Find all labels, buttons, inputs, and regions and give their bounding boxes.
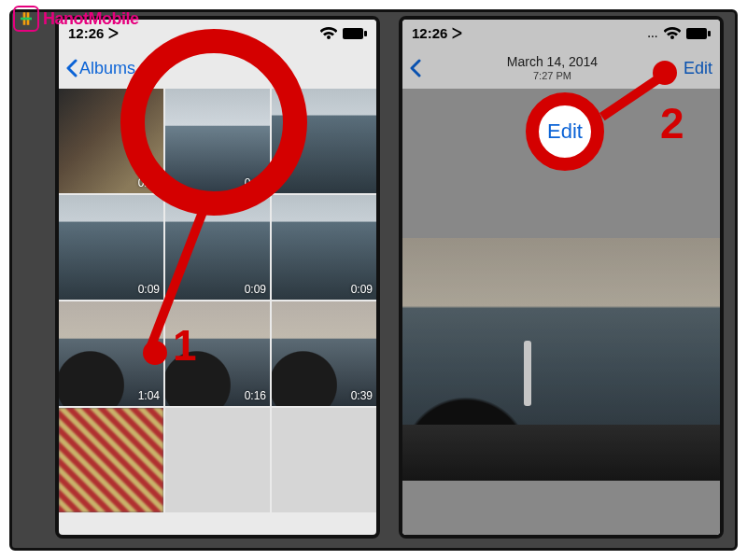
svg-rect-1 [364, 31, 367, 36]
video-duration: 0:09 [245, 283, 266, 296]
video-thumbnail[interactable]: 0:09 [272, 195, 376, 300]
empty-cell [272, 408, 376, 512]
video-duration: 0:39 [351, 389, 373, 402]
video-duration: 1:04 [138, 389, 160, 402]
svg-rect-2 [686, 28, 707, 39]
video-thumbnail[interactable]: 0:16 [165, 301, 270, 406]
status-icons: ... [648, 27, 711, 40]
battery-icon [686, 28, 711, 39]
nav-bar: March 14, 2014 7:27 PM Edit [402, 48, 720, 89]
video-duration: 0:37 [138, 176, 160, 189]
video-thumbnail[interactable]: 0:09 [165, 195, 270, 300]
nav-title: March 14, 2014 7:27 PM [421, 54, 684, 82]
video-duration: 0:16 [245, 176, 266, 189]
wifi-icon [320, 27, 337, 40]
cellular-icon: ... [648, 29, 658, 39]
back-label: Albums [79, 59, 135, 78]
video-thumbnail[interactable]: 0:37 [59, 89, 163, 193]
thumbnail-image [59, 408, 163, 512]
video-thumbnail[interactable]: 0:09 [59, 195, 163, 300]
logo-text: HanotMobile [43, 9, 139, 29]
tutorial-frame: 12:26 ᐳ Albums 0:370:160:090:090:091:040… [9, 9, 738, 551]
thumbnail-image [272, 89, 376, 193]
thumbnail-image [272, 408, 376, 512]
status-time: 12:26 ᐳ [412, 25, 462, 42]
edit-callout-label: Edit [547, 119, 583, 144]
phone-left: 12:26 ᐳ Albums 0:370:160:090:090:091:040… [55, 16, 380, 539]
phone-right: 12:26 ᐳ ... March 14, 2014 7:27 PM Edit [399, 16, 724, 539]
back-button[interactable]: Albums [66, 59, 135, 78]
video-thumbnail[interactable] [272, 89, 376, 193]
status-bar: 12:26 ᐳ ... [402, 20, 720, 48]
svg-rect-3 [708, 31, 711, 36]
edit-button[interactable]: Edit [684, 59, 712, 78]
battery-icon [343, 28, 367, 39]
photo-date: March 14, 2014 [421, 54, 684, 70]
video-duration: 0:09 [351, 283, 373, 296]
video-duration: 0:16 [245, 389, 266, 402]
video-thumbnail[interactable]: 1:04 [59, 301, 163, 406]
photo-time: 7:27 PM [421, 70, 684, 82]
svg-rect-0 [343, 28, 363, 39]
chevron-left-icon [410, 59, 421, 77]
nav-bar: Albums [59, 48, 376, 89]
preview-decoration [524, 341, 531, 406]
wifi-icon [664, 27, 681, 40]
video-thumbnail[interactable]: 0:16 [165, 89, 270, 193]
empty-cell [165, 408, 270, 512]
video-thumbnail[interactable]: 0:39 [272, 301, 376, 406]
preview-decoration [402, 425, 720, 481]
video-duration: 0:09 [138, 283, 160, 296]
video-thumbnail[interactable] [59, 408, 163, 512]
logo-icon [13, 6, 39, 32]
video-thumbnail-grid: 0:370:160:090:090:091:040:160:39 [59, 89, 376, 512]
thumbnail-image [165, 408, 270, 512]
watermark-logo: HanotMobile [13, 6, 139, 32]
back-button[interactable] [410, 59, 421, 77]
edit-callout-bubble: Edit [533, 100, 597, 163]
chevron-left-icon [66, 59, 78, 77]
status-icons [320, 27, 367, 40]
video-preview[interactable] [402, 238, 720, 481]
